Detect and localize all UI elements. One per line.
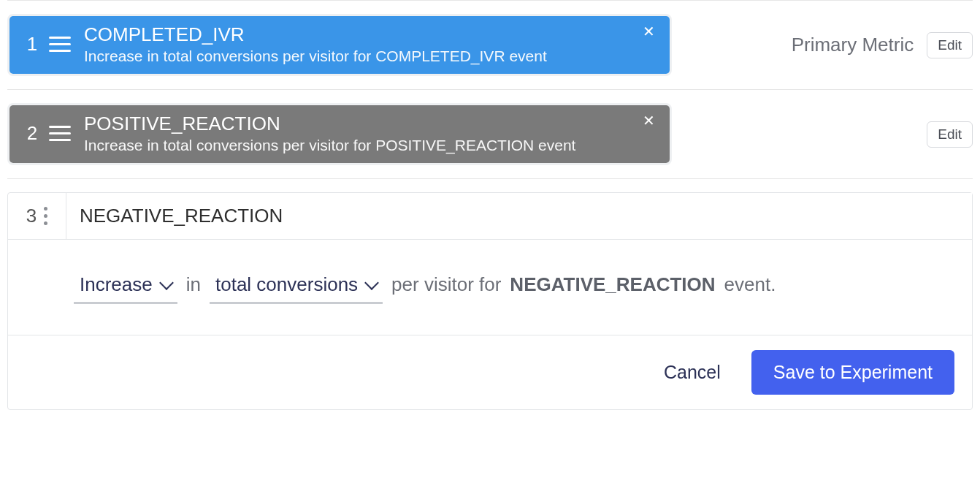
edit-button[interactable]: Edit [927, 32, 973, 58]
metric-subtitle: Increase in total conversions per visito… [84, 137, 656, 154]
editor-body: Increase in total conversions per visito… [8, 239, 972, 335]
more-icon[interactable] [44, 207, 47, 225]
cancel-button[interactable]: Cancel [659, 361, 725, 384]
save-button[interactable]: Save to Experiment [751, 350, 954, 395]
direction-select[interactable]: Increase [74, 270, 177, 304]
editor-number: 3 [26, 205, 37, 227]
metric-row-2: 2 POSITIVE_REACTION Increase in total co… [7, 90, 973, 178]
editor-header: 3 [8, 193, 972, 239]
event-name: NEGATIVE_REACTION [510, 273, 715, 296]
measure-select[interactable]: total conversions [210, 270, 383, 304]
metric-row-1: 1 COMPLETED_IVR Increase in total conver… [7, 1, 973, 89]
close-icon[interactable]: ✕ [638, 113, 659, 129]
direction-value: Increase [80, 273, 153, 296]
divider [7, 178, 973, 179]
metric-number: 2 [23, 122, 42, 145]
edit-button[interactable]: Edit [927, 121, 973, 148]
text-event: event. [724, 273, 776, 296]
drag-handle-icon[interactable] [49, 37, 71, 52]
metric-subtitle: Increase in total conversions per visito… [84, 48, 656, 65]
metric-title: COMPLETED_IVR [84, 23, 656, 46]
metric-number: 1 [23, 33, 42, 56]
metric-title: POSITIVE_REACTION [84, 113, 656, 135]
text-per: per visitor for [391, 273, 501, 296]
text-in: in [186, 273, 201, 296]
metric-card-completed-ivr[interactable]: 1 COMPLETED_IVR Increase in total conver… [7, 14, 672, 76]
editor-number-cell: 3 [8, 193, 66, 239]
drag-handle-icon[interactable] [49, 126, 71, 141]
metric-card-positive-reaction[interactable]: 2 POSITIVE_REACTION Increase in total co… [7, 103, 672, 165]
metric-editor: 3 Increase in total conversions per visi… [7, 192, 973, 410]
chevron-down-icon [159, 276, 174, 290]
measure-value: total conversions [215, 273, 358, 296]
editor-footer: Cancel Save to Experiment [8, 335, 972, 409]
close-icon[interactable]: ✕ [638, 23, 659, 39]
primary-metric-label: Primary Metric [792, 34, 914, 56]
metric-name-input[interactable] [66, 193, 972, 239]
chevron-down-icon [364, 276, 379, 290]
